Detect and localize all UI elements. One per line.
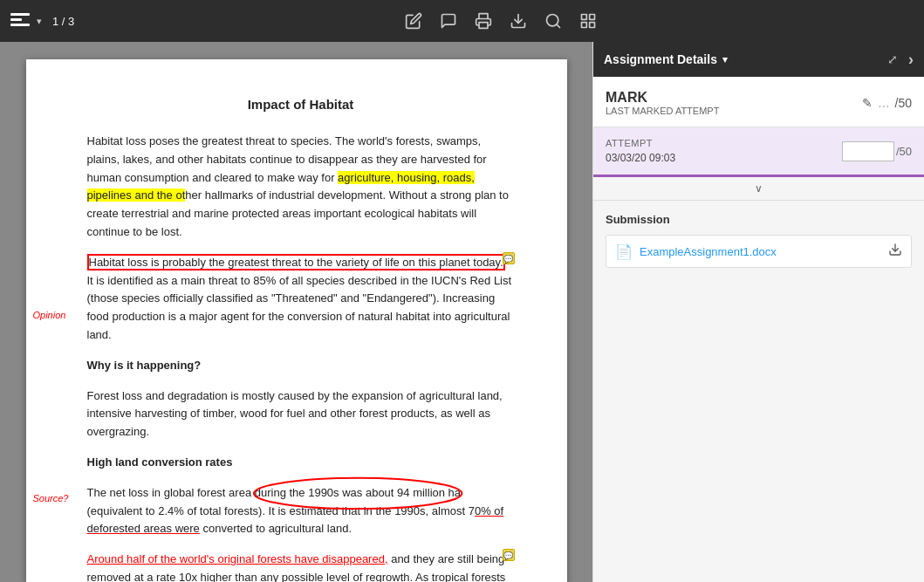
paragraph-2: Habitat loss is probably the greatest th… <box>87 254 515 345</box>
next-arrow-icon[interactable]: › <box>908 51 914 69</box>
paragraph-why-heading: Why is it happening? <box>87 357 515 375</box>
opinion-margin-note: Opinion <box>33 310 66 320</box>
underlined-text: Around half of the world's original fore… <box>87 552 388 565</box>
expand-icon[interactable]: ⤢ <box>887 52 898 66</box>
score-slash: … <box>878 96 890 110</box>
source-margin-note: Source? <box>33 493 69 503</box>
mark-section: MARK LAST MARKED ATTEMPT ✎ … /50 <box>593 77 924 127</box>
document-viewer[interactable]: Opinion Source? Impact of Habitat Habita… <box>0 42 592 582</box>
score-max-mark: /50 <box>895 96 912 110</box>
toolbar: ▾ 1 / 3 <box>0 0 924 42</box>
panel-header: Assignment Details ▾ ⤢ › <box>593 42 924 77</box>
grid-view-icon[interactable] <box>579 12 597 30</box>
sidebar-toggle-button[interactable] <box>10 13 30 29</box>
svg-rect-6 <box>582 23 587 28</box>
attempt-date: 03/03/20 09:03 <box>606 152 675 164</box>
chevron-down-icon: ∨ <box>755 182 763 195</box>
sidebar-icon <box>10 13 30 29</box>
download-icon[interactable] <box>510 12 527 30</box>
search-icon[interactable] <box>544 12 562 30</box>
main-layout: Opinion Source? Impact of Habitat Habita… <box>0 42 924 582</box>
edit-tool-icon[interactable] <box>405 12 422 30</box>
paragraph-hlcr-heading: High land conversion rates <box>87 454 515 472</box>
circled-text-wrapper: during the 1990s was about 94 million ha <box>255 484 461 503</box>
highlight-agriculture: agriculture, housing, roads, pipelines a… <box>87 171 475 202</box>
attempt-score-input[interactable] <box>842 141 894 161</box>
svg-rect-5 <box>590 15 595 20</box>
attempt-section: ATTEMPT 03/03/20 09:03 /50 <box>593 127 924 177</box>
page-info: 1 / 3 <box>52 15 74 28</box>
svg-rect-0 <box>479 23 488 29</box>
toolbar-left: ▾ 1 / 3 <box>10 13 74 29</box>
panel-header-actions: ⤢ › <box>887 51 914 69</box>
paragraph-1: Habitat loss poses the greatest threat t… <box>87 133 515 242</box>
mark-score-area: ✎ … /50 <box>862 96 912 110</box>
file-link[interactable]: ExampleAssignment1.docx <box>640 245 777 258</box>
mark-score-separator: … /50 <box>876 96 912 110</box>
paragraph-forests: Around half of the world's original fore… <box>87 551 515 582</box>
comment-tool-icon[interactable] <box>440 12 457 30</box>
submission-label: Submission <box>606 213 912 226</box>
file-download-icon[interactable] <box>888 243 902 260</box>
panel-dropdown-icon[interactable]: ▾ <box>722 54 728 65</box>
submission-file-row: 📄 ExampleAssignment1.docx <box>606 235 912 268</box>
svg-rect-7 <box>590 23 595 28</box>
document-page: Opinion Source? Impact of Habitat Habita… <box>26 59 567 582</box>
toolbar-center <box>88 12 914 30</box>
file-doc-icon: 📄 <box>615 243 633 260</box>
circled-text: during the 1990s was about 94 million ha <box>255 486 461 499</box>
attempt-label: ATTEMPT <box>606 138 675 148</box>
svg-line-3 <box>557 24 560 28</box>
panel-title-text: Assignment Details <box>604 52 717 66</box>
mark-sublabel: LAST MARKED ATTEMPT <box>606 106 719 116</box>
attempt-info: ATTEMPT 03/03/20 09:03 <box>606 138 675 164</box>
mark-score-row: MARK LAST MARKED ATTEMPT ✎ … /50 <box>606 89 912 116</box>
chevron-collapse-row[interactable]: ∨ <box>593 177 924 201</box>
comment-icon-p7[interactable]: 💬 <box>503 549 515 561</box>
right-panel: Assignment Details ▾ ⤢ › MARK LAST MARKE… <box>592 42 924 582</box>
paragraph-hlcr-body: The net loss in global forest area durin… <box>87 484 515 538</box>
submission-section: Submission 📄 ExampleAssignment1.docx <box>593 201 924 280</box>
comment-icon-p2[interactable]: 💬 <box>503 252 515 264</box>
mark-title: MARK <box>606 89 719 106</box>
document-title: Impact of Habitat <box>87 94 515 115</box>
svg-rect-4 <box>582 15 587 20</box>
mark-edit-icon[interactable]: ✎ <box>862 96 873 110</box>
print-icon[interactable] <box>475 12 492 30</box>
mark-title-group: MARK LAST MARKED ATTEMPT <box>606 89 719 116</box>
dropdown-arrow-icon[interactable]: ▾ <box>37 16 42 27</box>
document-body: Impact of Habitat Habitat loss poses the… <box>87 94 515 582</box>
file-info: 📄 ExampleAssignment1.docx <box>615 243 777 260</box>
boxed-sentence: Habitat loss is probably the greatest th… <box>87 254 505 270</box>
attempt-score-max: /50 <box>896 145 912 158</box>
panel-title: Assignment Details ▾ <box>604 52 728 66</box>
attempt-score-area: /50 <box>842 141 912 161</box>
paragraph-why-body: Forest loss and degradation is mostly ca… <box>87 387 515 442</box>
